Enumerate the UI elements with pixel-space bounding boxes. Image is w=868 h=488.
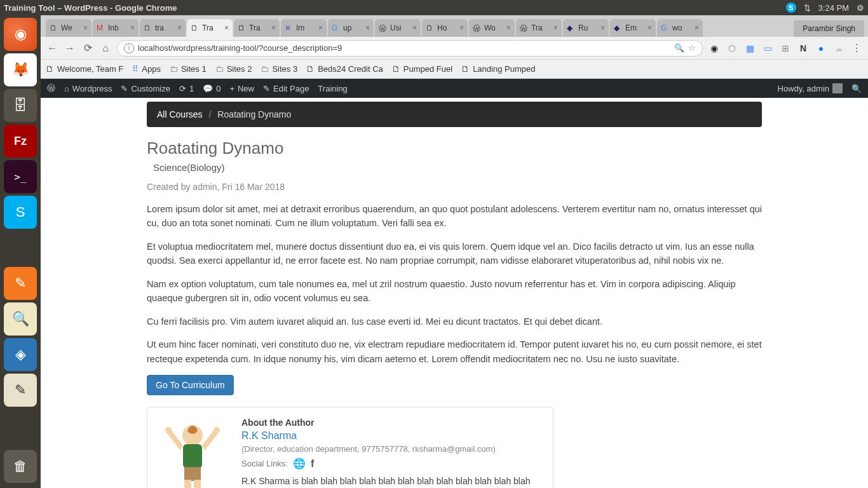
- address-bar[interactable]: i localhost/wordpress/training-tool/?cou…: [117, 40, 703, 57]
- dash-icon[interactable]: ◉: [4, 18, 37, 51]
- favicon: 🗋: [144, 24, 153, 32]
- back-button[interactable]: ←: [46, 42, 58, 55]
- folder-icon: 🗀: [170, 64, 178, 74]
- trash-icon[interactable]: 🗑: [4, 450, 37, 483]
- svg-point-2: [165, 427, 172, 433]
- page-content: All Courses / Roatating Dynamo Roatating…: [41, 98, 868, 488]
- browser-tab[interactable]: 🗋tra×: [140, 19, 186, 37]
- extension-icon[interactable]: ▭: [761, 42, 774, 55]
- facebook-icon[interactable]: f: [311, 458, 314, 470]
- home-icon: ⌂: [64, 84, 69, 93]
- bookmark-item[interactable]: ⠿Apps: [132, 64, 161, 74]
- system-tray: S ⇅ 3:24 PM ⚙: [786, 3, 864, 13]
- wp-site-link[interactable]: ⌂Wordpress: [64, 84, 112, 93]
- search-in-page-icon[interactable]: 🔍: [674, 43, 684, 53]
- svg-rect-5: [184, 480, 191, 488]
- reload-button[interactable]: ⟳: [81, 42, 94, 55]
- browser-tab[interactable]: ✕Im×: [281, 19, 327, 37]
- close-icon[interactable]: ×: [506, 24, 511, 32]
- gear-icon[interactable]: ⚙: [857, 3, 864, 13]
- browser-tab[interactable]: Gup×: [328, 19, 374, 37]
- browser-tab[interactable]: 🗋Ho×: [422, 19, 468, 37]
- bookmark-item[interactable]: 🗋Welcome, Team F: [46, 64, 123, 74]
- terminal-icon[interactable]: >_: [4, 160, 37, 193]
- extension-icon[interactable]: ⊞: [779, 42, 792, 55]
- author-card: About the Author R.K Sharma (Director, e…: [147, 407, 553, 488]
- chrome-menu-icon[interactable]: ⋮: [850, 42, 863, 55]
- close-icon[interactable]: ×: [459, 24, 464, 32]
- skype-tray-icon[interactable]: S: [786, 3, 796, 13]
- bookmark-item[interactable]: 🗋Landing Pumped: [461, 64, 535, 74]
- wp-training[interactable]: Training: [318, 84, 347, 93]
- forward-button[interactable]: →: [64, 42, 76, 55]
- browser-tab[interactable]: MInb×: [93, 19, 139, 37]
- browser-tab[interactable]: ⓌTra×: [516, 19, 562, 37]
- browser-tab[interactable]: ⓌWo×: [469, 19, 515, 37]
- skype-icon[interactable]: S: [4, 196, 37, 229]
- browser-tab[interactable]: ⓌUsi×: [375, 19, 421, 37]
- firefox-icon[interactable]: 🦊: [4, 53, 37, 86]
- go-to-curriculum-button[interactable]: Go To Curriculum: [147, 375, 234, 395]
- close-icon[interactable]: ×: [695, 24, 699, 32]
- author-heading: About the Author: [241, 417, 543, 428]
- bookmark-star-icon[interactable]: ☆: [688, 43, 696, 53]
- author-name[interactable]: R.K Sharma: [241, 430, 543, 442]
- wp-customize[interactable]: ✎Customize: [121, 84, 170, 93]
- breadcrumb-root[interactable]: All Courses: [157, 109, 203, 119]
- favicon: G: [661, 24, 670, 32]
- close-icon[interactable]: ×: [365, 24, 370, 32]
- pencil-icon: ✎: [263, 84, 270, 93]
- wp-comments[interactable]: 💬0: [203, 84, 220, 93]
- avatar: [832, 83, 843, 93]
- browser-tab[interactable]: 🗋Tra×: [234, 19, 280, 37]
- filezilla-icon[interactable]: Fz: [4, 125, 37, 158]
- bookmark-item[interactable]: 🗋Pumped Fuel: [392, 64, 452, 74]
- home-button[interactable]: ⌂: [99, 42, 112, 55]
- svg-rect-1: [183, 444, 202, 468]
- close-icon[interactable]: ×: [177, 24, 182, 32]
- browser-tab[interactable]: ◆Em×: [610, 19, 656, 37]
- browser-tab[interactable]: ◆Ru×: [563, 19, 609, 37]
- extension-icon[interactable]: ⬡: [726, 42, 738, 55]
- close-icon[interactable]: ×: [648, 24, 652, 32]
- virtualbox-icon[interactable]: ◈: [4, 338, 37, 371]
- wp-howdy[interactable]: Howdy, admin: [778, 83, 843, 93]
- globe-icon[interactable]: 🌐: [293, 458, 306, 470]
- extension-icon[interactable]: ●: [815, 42, 827, 55]
- bookmark-folder[interactable]: 🗀Sites 1: [170, 64, 207, 74]
- extension-icon[interactable]: ◉: [708, 42, 721, 55]
- extension-icon[interactable]: ☁: [832, 42, 845, 55]
- postman-icon[interactable]: ✎: [4, 267, 37, 300]
- close-icon[interactable]: ×: [318, 24, 323, 32]
- image-viewer-icon[interactable]: 🔍: [4, 302, 37, 336]
- close-icon[interactable]: ×: [271, 24, 276, 32]
- bookmark-item[interactable]: 🗋Beds24 Credit Ca: [306, 64, 383, 74]
- extension-icon[interactable]: ▦: [743, 42, 756, 55]
- close-icon[interactable]: ×: [412, 24, 417, 32]
- wp-updates[interactable]: ⟳1: [179, 84, 194, 93]
- info-icon[interactable]: i: [124, 43, 134, 53]
- wp-admin-bar: Ⓦ ⌂Wordpress ✎Customize ⟳1 💬0 +New ✎Edit…: [41, 79, 868, 98]
- network-icon[interactable]: ⇅: [804, 3, 811, 13]
- wp-logo[interactable]: Ⓦ: [47, 83, 55, 94]
- chrome-profile[interactable]: Parambir Singh: [794, 20, 864, 37]
- close-icon[interactable]: ×: [130, 24, 135, 32]
- close-icon[interactable]: ×: [83, 24, 88, 32]
- bookmark-folder[interactable]: 🗀Sites 3: [261, 64, 297, 74]
- clock[interactable]: 3:24 PM: [818, 3, 849, 13]
- close-icon[interactable]: ×: [553, 24, 558, 32]
- text-editor-icon[interactable]: ✎: [4, 374, 37, 407]
- paragraph: Nam ex option voluptatum, cum tale nonum…: [147, 277, 762, 306]
- wp-search-icon[interactable]: 🔍: [851, 84, 862, 93]
- files-icon[interactable]: 🗄: [4, 89, 37, 122]
- browser-tab-active[interactable]: 🗋Tra×: [187, 19, 233, 37]
- page-icon: 🗋: [461, 64, 470, 74]
- wp-edit-page[interactable]: ✎Edit Page: [263, 84, 309, 93]
- bookmark-folder[interactable]: 🗀Sites 2: [215, 64, 252, 74]
- close-icon[interactable]: ×: [600, 24, 605, 32]
- extension-icon[interactable]: N: [797, 42, 810, 55]
- browser-tab[interactable]: Gwo×: [657, 19, 703, 37]
- browser-tab[interactable]: 🗋We×: [46, 19, 92, 37]
- close-icon[interactable]: ×: [224, 24, 229, 32]
- wp-new[interactable]: +New: [229, 84, 254, 93]
